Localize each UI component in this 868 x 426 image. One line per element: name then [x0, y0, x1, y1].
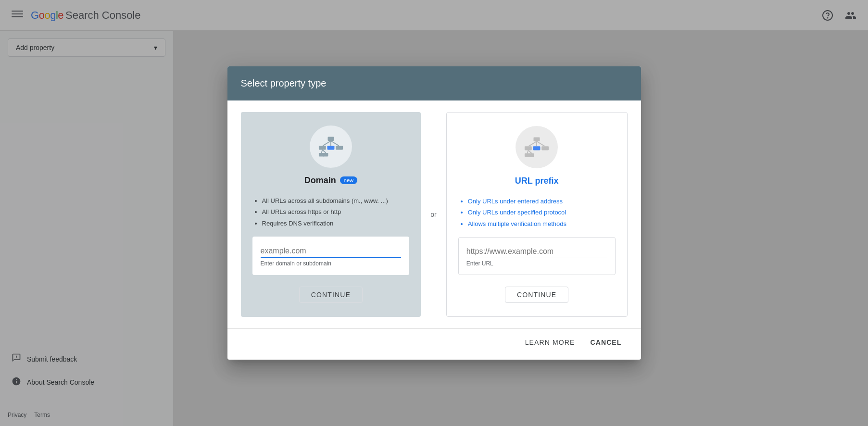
- dialog-header: Select property type: [227, 66, 641, 100]
- domain-continue-button[interactable]: CONTINUE: [299, 287, 363, 303]
- domain-input-area: Enter domain or subdomain: [252, 237, 410, 275]
- svg-rect-26: [528, 153, 534, 157]
- domain-card: Domain new All URLs across all subdomain…: [241, 112, 421, 317]
- cancel-button[interactable]: CANCEL: [584, 335, 627, 350]
- domain-network-icon: [318, 137, 343, 157]
- svg-rect-20: [525, 146, 532, 150]
- domain-bullet-1: All URLs across all subdomains (m., www.…: [262, 195, 410, 206]
- url-network-icon: [524, 137, 549, 157]
- modal-overlay: Select property type: [0, 0, 868, 426]
- domain-card-title: Domain new: [304, 175, 357, 186]
- dialog: Select property type: [227, 66, 641, 360]
- url-card-title: URL prefix: [515, 176, 559, 186]
- domain-bullets: All URLs across all subdomains (m., www.…: [252, 195, 410, 229]
- domain-icon-circle: [310, 125, 352, 168]
- svg-rect-9: [319, 146, 326, 150]
- svg-rect-15: [323, 153, 328, 156]
- url-prefix-card: URL prefix Only URLs under entered addre…: [446, 112, 628, 317]
- svg-line-17: [528, 141, 537, 146]
- svg-rect-16: [534, 137, 540, 141]
- or-divider: or: [421, 112, 446, 317]
- or-label: or: [430, 211, 436, 218]
- url-bullet-1: Only URLs under entered address: [468, 196, 616, 207]
- property-types-container: Domain new All URLs across all subdomain…: [241, 112, 628, 317]
- svg-line-13: [322, 150, 326, 153]
- url-bullet-3: Allows multiple verification methods: [468, 218, 616, 229]
- learn-more-button[interactable]: LEARN MORE: [519, 335, 581, 350]
- svg-line-24: [528, 150, 531, 153]
- domain-bullet-3: Requires DNS verification: [262, 218, 410, 229]
- svg-line-8: [331, 141, 339, 146]
- domain-input-hint: Enter domain or subdomain: [261, 260, 402, 267]
- domain-input[interactable]: [261, 245, 402, 258]
- domain-input-wrapper: [261, 245, 402, 258]
- svg-line-19: [537, 141, 545, 146]
- url-input-area: Enter URL: [458, 237, 616, 275]
- dialog-body: Domain new All URLs across all subdomain…: [227, 100, 641, 328]
- svg-line-6: [323, 141, 331, 146]
- svg-rect-5: [327, 137, 334, 140]
- url-icon-circle: [516, 126, 558, 168]
- svg-rect-22: [541, 146, 549, 150]
- url-bullet-2: Only URLs under specified protocol: [468, 207, 616, 218]
- dialog-footer: LEARN MORE CANCEL: [227, 328, 641, 360]
- url-bullets: Only URLs under entered address Only URL…: [458, 196, 616, 229]
- svg-rect-10: [327, 146, 334, 150]
- url-input-wrapper: [466, 245, 607, 258]
- url-continue-button[interactable]: CONTINUE: [505, 287, 568, 303]
- domain-title-text: Domain: [304, 175, 336, 186]
- svg-rect-21: [533, 146, 541, 150]
- domain-bullet-2: All URLs across https or http: [262, 206, 410, 217]
- dialog-title: Select property type: [241, 78, 628, 89]
- url-input[interactable]: [466, 245, 607, 258]
- svg-rect-11: [336, 146, 343, 150]
- url-input-hint: Enter URL: [466, 260, 607, 267]
- domain-new-badge: new: [340, 176, 357, 184]
- url-title-text: URL prefix: [515, 176, 559, 186]
